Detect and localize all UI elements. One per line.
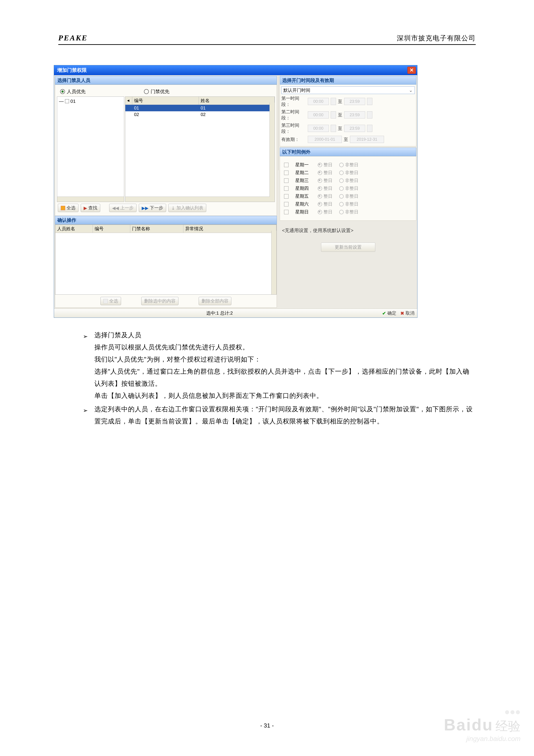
- person-list[interactable]: ◂ 编号 姓名 01 01 02: [125, 96, 275, 202]
- v-scrollbar[interactable]: [271, 231, 276, 294]
- date-to[interactable]: 2019-12-31: [350, 136, 384, 143]
- checkbox-icon[interactable]: [284, 210, 289, 214]
- status-count: 选中:1 总计:2: [206, 310, 233, 316]
- slot1-label: 第一时间段：: [281, 95, 306, 107]
- baidu-watermark: Baidu经验 jingyan.baidu.com: [444, 709, 521, 742]
- select-all2-button[interactable]: 全选: [100, 297, 121, 305]
- day-label: 星期五: [295, 193, 311, 199]
- exception-row: 星期二整日非整日: [284, 170, 412, 176]
- exception-row: 星期四整日非整日: [284, 185, 412, 191]
- radio-notallday[interactable]: 非整日: [339, 177, 358, 183]
- search-button[interactable]: ▶ 查找: [81, 204, 100, 212]
- spinner-icon[interactable]: [367, 111, 372, 119]
- section-confirm: 确认操作: [55, 216, 277, 225]
- time-to-3[interactable]: 23:59: [344, 125, 365, 132]
- radio-notallday[interactable]: 非整日: [339, 209, 358, 215]
- tree-item-01[interactable]: — 01: [59, 98, 122, 104]
- time-from-3[interactable]: 00:00: [308, 125, 329, 132]
- tree-item-label: 01: [70, 98, 76, 104]
- col-id[interactable]: 编号: [132, 97, 199, 105]
- select-all-icon: [61, 206, 65, 210]
- paw-icon: [504, 709, 521, 716]
- date-from[interactable]: 2000-01-01: [308, 136, 342, 143]
- v-scrollbar[interactable]: [269, 102, 275, 202]
- close-icon[interactable]: ✕: [407, 67, 416, 74]
- group-tree[interactable]: — 01: [57, 96, 124, 202]
- checkbox-icon[interactable]: [284, 171, 289, 175]
- search-icon: ▶: [84, 205, 87, 211]
- checkbox-icon[interactable]: [284, 178, 289, 183]
- col-no: 编号: [93, 225, 130, 233]
- radio-allday[interactable]: 整日: [318, 193, 332, 199]
- radio-allday[interactable]: 整日: [318, 185, 332, 191]
- watermark-url: jingyan.baidu.com: [444, 735, 521, 742]
- day-label: 星期一: [295, 162, 311, 168]
- select-all-button[interactable]: 全选: [58, 204, 78, 212]
- radio-dot-icon: [60, 89, 65, 94]
- next-step-button[interactable]: ▶▶ 下一步: [139, 204, 166, 212]
- exception-row: 星期三整日非整日: [284, 177, 412, 183]
- dialog-add-access: 增加门禁权限 ✕ 选择门禁及人员 人员优先 门禁优先: [54, 65, 418, 318]
- default-time-combo[interactable]: 默认开门时间 ⌄: [281, 86, 415, 94]
- col-name[interactable]: 姓名: [199, 97, 275, 105]
- radio-notallday[interactable]: 非整日: [339, 201, 358, 207]
- radio-notallday[interactable]: 非整日: [339, 193, 358, 199]
- col-person: 人员姓名: [55, 225, 93, 233]
- radio-notallday[interactable]: 非整日: [339, 162, 358, 168]
- radio-door-label: 门禁优先: [151, 89, 169, 95]
- radio-door-first[interactable]: 门禁优先: [144, 89, 169, 95]
- radio-allday[interactable]: 整日: [318, 177, 332, 183]
- checkbox-icon[interactable]: [284, 186, 289, 191]
- radio-allday[interactable]: 整日: [318, 209, 332, 215]
- col-exception: 异常情况: [183, 225, 276, 233]
- exception-panel: 星期一整日非整日星期二整日非整日星期三整日非整日星期四整日非整日星期五整日非整日…: [280, 156, 416, 221]
- b2: 选定列表中的人员，在右边工作窗口设置权限相关项："开门时间段及有效期"、"例外时…: [94, 403, 476, 427]
- add-confirm-button[interactable]: ⤓ 加入确认列表: [168, 204, 206, 212]
- checkbox-icon[interactable]: [284, 163, 289, 167]
- b1-l4: 单击【加入确认列表】，则人员信息被加入到界面左下角工作窗口的列表中。: [94, 390, 476, 402]
- slot2-label: 第二时间段：: [281, 109, 306, 121]
- check-icon: ✔: [382, 310, 386, 316]
- radio-allday[interactable]: 整日: [318, 162, 332, 168]
- radio-dot-icon: [144, 89, 149, 94]
- time-from-2[interactable]: 00:00: [308, 111, 329, 119]
- time-from-1[interactable]: 00:00: [308, 98, 329, 105]
- radio-notallday[interactable]: 非整日: [339, 170, 358, 176]
- day-label: 星期四: [295, 185, 311, 191]
- status-bar: 选中:1 总计:2 ✔确定 ✖取消: [54, 309, 417, 317]
- spinner-icon[interactable]: [331, 125, 336, 132]
- spinner-icon[interactable]: [367, 98, 372, 105]
- spinner-icon[interactable]: [331, 111, 336, 119]
- radio-allday[interactable]: 整日: [318, 170, 332, 176]
- checkbox-icon[interactable]: [65, 99, 69, 103]
- spinner-icon[interactable]: [331, 98, 336, 105]
- b1-l1: 操作员可以根据人员优先或门禁优先进行人员授权。: [94, 341, 476, 353]
- list-row[interactable]: 02 02: [125, 111, 275, 118]
- radio-person-first[interactable]: 人员优先: [60, 89, 86, 95]
- cancel-button[interactable]: ✖取消: [400, 310, 415, 316]
- valid-label: 有效期：: [281, 136, 306, 143]
- checkbox-icon[interactable]: [284, 202, 289, 206]
- dialog-title: 增加门禁权限: [57, 67, 87, 74]
- update-settings-button[interactable]: 更新当前设置: [321, 243, 375, 252]
- radio-notallday[interactable]: 非整日: [339, 185, 358, 191]
- ok-button[interactable]: ✔确定: [382, 310, 396, 316]
- delete-all-button[interactable]: 删除全部内容: [199, 297, 231, 305]
- delete-selected-button[interactable]: 删除选中的内容: [141, 297, 178, 305]
- spinner-icon[interactable]: [367, 125, 372, 132]
- h-scrollbar[interactable]: [125, 197, 270, 202]
- company-name: 深圳市披克电子有限公司: [397, 34, 476, 43]
- radio-allday[interactable]: 整日: [318, 201, 332, 207]
- h-scrollbar[interactable]: [57, 197, 124, 202]
- time-to-2[interactable]: 23:59: [344, 111, 365, 119]
- list-row[interactable]: 01 01: [125, 105, 275, 111]
- b1-l2: 我们以"人员优先"为例，对整个授权过程进行说明如下：: [94, 353, 476, 365]
- select-all-icon: [103, 299, 108, 303]
- time-to-1[interactable]: 23:59: [344, 98, 365, 105]
- add-icon: ⤓: [171, 205, 175, 211]
- chevron-down-icon: ⌄: [409, 88, 413, 93]
- checkbox-icon[interactable]: [284, 194, 289, 199]
- day-label: 星期二: [295, 170, 311, 176]
- prev-step-button[interactable]: ◀◀ 上一步: [109, 204, 137, 212]
- confirm-table[interactable]: 人员姓名 编号 门禁名称 异常情况: [55, 225, 277, 295]
